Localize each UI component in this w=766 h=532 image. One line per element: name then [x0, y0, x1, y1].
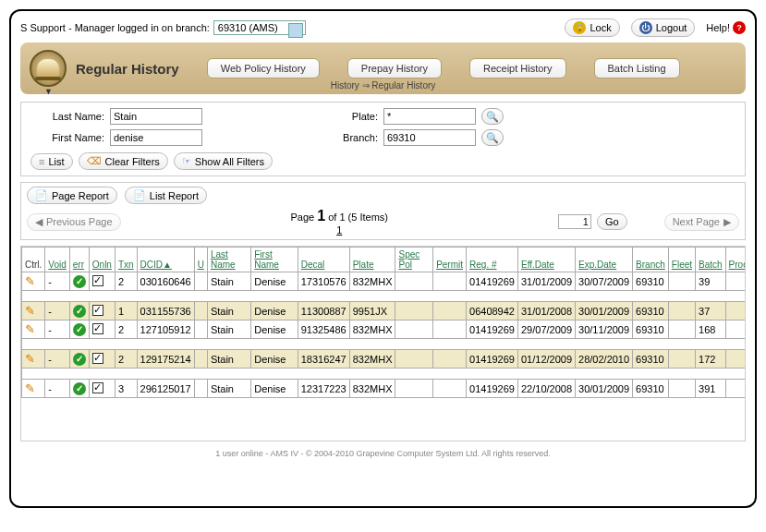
tab-prepay-history[interactable]: Prepay History [347, 58, 442, 79]
table-cell: ✎ [22, 350, 45, 369]
show-all-filters-button[interactable]: ☞ Show All Filters [174, 152, 273, 170]
table-cell: 2 [115, 320, 137, 339]
table-cell [194, 272, 207, 291]
table-row[interactable]: ✎-✓1031155736StainDenise113008879951JX06… [22, 302, 747, 320]
table-cell [395, 302, 433, 320]
firstname-input[interactable] [110, 129, 202, 146]
online-checkbox [92, 353, 103, 364]
table-row[interactable]: ✎-✓2127105912StainDenise91325486832MHX01… [22, 320, 747, 339]
table-cell: 91325486 [298, 320, 349, 339]
table-cell: 01419269 [467, 272, 518, 291]
table-cell: 30/07/2009 [576, 272, 633, 291]
plate-search-button[interactable]: 🔍 [481, 108, 504, 125]
column-header[interactable]: Spec Pol [395, 248, 433, 272]
table-row[interactable]: ✎-✓2129175214StainDenise18316247832MHX01… [22, 350, 747, 369]
column-header[interactable]: Decal [298, 248, 349, 272]
list-button[interactable]: ≡ List [30, 153, 73, 170]
logout-icon: ⏻ [639, 21, 652, 34]
table-row[interactable]: ✎-✓2030160646StainDenise17310576832MHX01… [22, 272, 747, 291]
top-bar: S Support - Manager logged in on branch:… [20, 18, 746, 37]
edit-icon[interactable]: ✎ [25, 381, 35, 395]
edit-icon[interactable]: ✎ [25, 304, 35, 318]
search-icon: 🔍 [486, 111, 499, 123]
column-header[interactable]: Onln [89, 248, 115, 272]
next-label: Next Page [673, 216, 720, 227]
column-header[interactable]: Fleet [668, 248, 695, 272]
column-header[interactable]: Prod1 [725, 248, 746, 272]
lastname-input[interactable] [110, 108, 202, 125]
table-cell: 30/11/2009 [576, 320, 633, 339]
hand-icon: ☞ [182, 155, 191, 167]
column-header[interactable]: Last Name [207, 248, 250, 272]
table-cell: 69310 [633, 320, 669, 339]
ok-icon: ✓ [73, 275, 86, 288]
branch-label: Branch: [332, 132, 378, 143]
clear-label: Clear Filters [105, 156, 160, 167]
column-header[interactable]: DCID▲ [137, 248, 194, 272]
column-header[interactable]: Branch [633, 248, 669, 272]
table-cell: 296125017 [137, 380, 194, 398]
table-cell: 1 [115, 302, 137, 320]
edit-icon[interactable]: ✎ [25, 352, 35, 366]
table-cell [194, 302, 207, 320]
table-cell: ✓ [69, 272, 89, 291]
table-cell: ✓ [69, 320, 89, 339]
column-header[interactable]: err [69, 248, 89, 272]
table-cell: 01419269 [467, 320, 518, 339]
table-cell: 129175214 [137, 350, 194, 369]
table-cell: 01/12/2009 [517, 350, 575, 369]
column-header[interactable]: Exp.Date [576, 248, 633, 272]
table-cell [725, 302, 746, 320]
column-header[interactable]: Permit [433, 248, 467, 272]
data-grid[interactable]: Ctrl.VoiderrOnlnTxnDCID▲ULast NameFirst … [20, 246, 746, 441]
branch-input[interactable] [383, 129, 476, 146]
branch-search-button[interactable]: 🔍 [481, 129, 504, 146]
page-number-input[interactable] [558, 214, 591, 229]
column-header[interactable]: Batch [696, 248, 726, 272]
column-header[interactable]: Txn [115, 248, 137, 272]
tab-web-policy-history[interactable]: Web Policy History [207, 58, 320, 79]
table-cell: 12317223 [298, 380, 349, 398]
list-label: List [48, 156, 64, 167]
lock-button[interactable]: 🔒 Lock [565, 18, 619, 37]
table-cell [433, 302, 467, 320]
plate-input[interactable] [383, 108, 476, 125]
table-cell: ✓ [69, 302, 89, 320]
online-checkbox [92, 305, 103, 316]
search-icon: 🔍 [486, 132, 499, 144]
page-report-button[interactable]: 📄 Page Report [27, 187, 117, 204]
table-cell [395, 350, 433, 369]
logout-button[interactable]: ⏻ Logout [631, 18, 696, 37]
online-checkbox [92, 323, 103, 334]
table-cell [668, 380, 695, 398]
filter-panel: Last Name: First Name: Plate: 🔍 Branch: [20, 102, 746, 176]
clear-filters-button[interactable]: ⌫ Clear Filters [79, 152, 168, 170]
column-header[interactable]: Eff.Date [517, 248, 575, 272]
next-page-button[interactable]: Next Page ▶ [664, 213, 739, 231]
tab-receipt-history[interactable]: Receipt History [469, 58, 566, 79]
column-header[interactable]: Reg. # [467, 248, 518, 272]
tab-batch-listing[interactable]: Batch Listing [594, 58, 680, 79]
help-link[interactable]: Help! ? [706, 21, 746, 34]
table-cell [725, 272, 746, 291]
showall-label: Show All Filters [195, 156, 264, 167]
column-header[interactable]: Void [45, 248, 69, 272]
column-header[interactable]: U [194, 248, 207, 272]
column-header[interactable]: First Name [251, 248, 298, 272]
table-cell [395, 380, 433, 398]
table-cell: 030160646 [137, 272, 194, 291]
previous-page-button[interactable]: ◀ Previous Page [27, 213, 121, 231]
table-cell: 31/01/2008 [517, 302, 575, 320]
arrow-left-icon: ◀ [35, 216, 43, 228]
go-button[interactable]: Go [597, 213, 627, 230]
column-header[interactable]: Ctrl. [22, 248, 45, 272]
edit-icon[interactable]: ✎ [25, 274, 35, 288]
table-cell: ✎ [22, 380, 45, 398]
column-header[interactable]: Plate [349, 248, 395, 272]
branch-select[interactable]: 69310 (AMS) [213, 20, 306, 35]
edit-icon[interactable]: ✎ [25, 322, 35, 336]
list-report-button[interactable]: 📄 List Report [125, 187, 207, 204]
app-frame: S Support - Manager logged in on branch:… [9, 9, 757, 508]
table-cell: 69310 [633, 302, 669, 320]
table-row[interactable]: ✎-✓3296125017StainDenise12317223832MHX01… [22, 380, 747, 398]
